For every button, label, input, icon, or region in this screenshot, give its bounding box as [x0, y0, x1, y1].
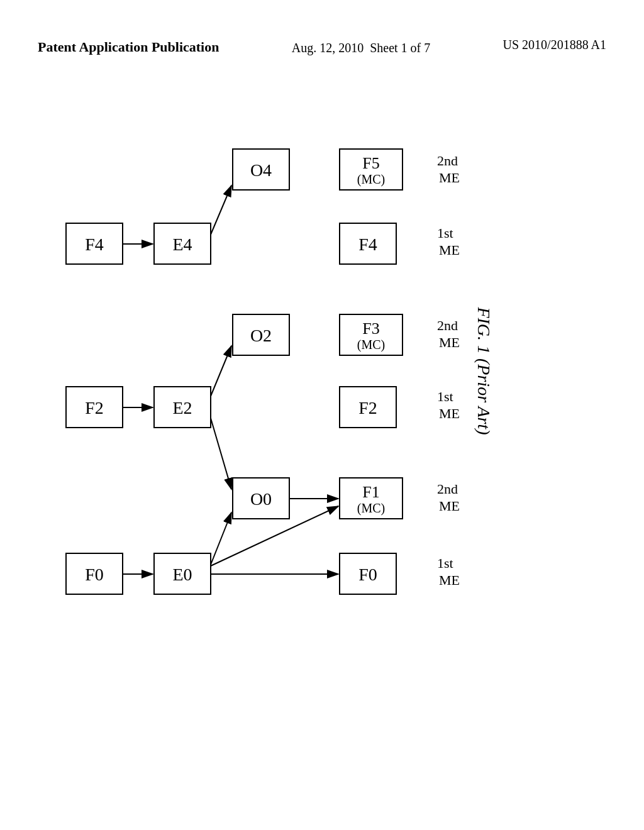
- label-E2: E2: [172, 398, 192, 418]
- label-F0-right: F0: [358, 565, 377, 584]
- label-E4: E4: [172, 235, 192, 254]
- label-F1: F1: [362, 483, 379, 501]
- label-ME-1: ME: [439, 242, 460, 258]
- label-1st-ME-2: 1st: [437, 389, 453, 404]
- arrow-E4-O4: [211, 185, 231, 235]
- label-F2-left: F2: [85, 398, 104, 418]
- label-F2-right: F2: [358, 398, 377, 418]
- fig-label: FIG. 1 (Prior Art): [474, 306, 494, 434]
- label-F4-left: F4: [85, 235, 104, 254]
- label-ME-0: ME: [439, 170, 460, 185]
- label-ME-2b: ME: [439, 406, 460, 421]
- label-F5: F5: [362, 154, 379, 172]
- label-ME-2: ME: [439, 335, 460, 350]
- label-1st-ME-1: 1st: [437, 225, 453, 241]
- publication-title: Patent Application Publication: [38, 38, 219, 57]
- patent-diagram: O4 F5 (MC) 2nd ME F4 E4 F4 1st ME O2 F3 …: [31, 101, 597, 761]
- label-ME-3b: ME: [439, 572, 460, 588]
- label-2nd-ME-2: 2nd: [437, 318, 458, 333]
- sheet-info: Aug. 12, 2010 Sheet 1 of 7: [292, 38, 431, 58]
- patent-number: US 2010/201888 A1: [503, 38, 606, 52]
- label-F4-right: F4: [358, 235, 377, 254]
- label-O0: O0: [250, 489, 272, 509]
- label-2nd-ME-0: 2nd: [437, 153, 458, 169]
- label-F3-sub: (MC): [357, 338, 385, 352]
- label-F3: F3: [362, 319, 379, 338]
- page-header: Patent Application Publication Aug. 12, …: [0, 38, 644, 58]
- label-2nd-ME-3: 2nd: [437, 481, 458, 497]
- label-O4: O4: [250, 160, 272, 180]
- label-1st-ME-3: 1st: [437, 555, 453, 571]
- label-ME-3: ME: [439, 498, 460, 514]
- label-O2: O2: [250, 326, 272, 345]
- arrow-E2-O0: [211, 418, 231, 489]
- arrow-E0-O0: [211, 512, 231, 565]
- label-F5-sub: (MC): [357, 172, 385, 187]
- label-F1-sub: (MC): [357, 501, 385, 516]
- arrow-E2-O2: [211, 346, 231, 396]
- label-F0-left: F0: [85, 565, 104, 584]
- label-E0: E0: [172, 565, 192, 584]
